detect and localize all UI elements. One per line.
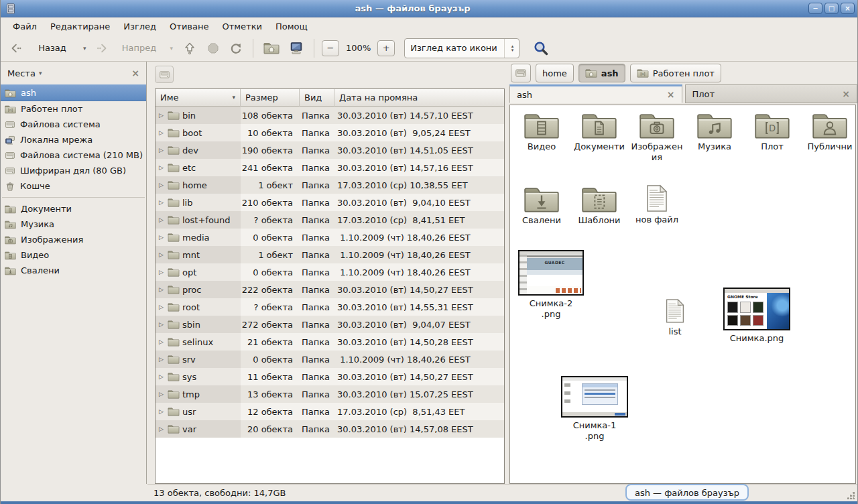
zoom-in-button[interactable]: + [377,40,395,56]
table-row[interactable]: ▷boot10 обектаПапка30.03.2010 (вт) 9,05,… [156,124,504,141]
menu-file[interactable]: Файл [6,19,44,34]
column-header-name[interactable]: Име ▾ [156,89,241,107]
table-row[interactable]: ▷dev190 обектаПапка30.03.2010 (вт) 14,51… [156,141,504,159]
expander-icon[interactable]: ▷ [159,304,165,310]
tree-root-button[interactable] [155,66,174,83]
sidebar-item-trash[interactable]: Кошче [1,178,146,194]
folder-item-templates[interactable]: Шаблони [570,184,628,226]
table-row[interactable]: ▷opt0 обектаПапка 1.10.2009 (чт) 18,40,2… [156,263,504,281]
table-row[interactable]: ▷proc222 обектаПапка30.03.2010 (вт) 14,5… [156,281,504,298]
expander-icon[interactable]: ▷ [159,216,165,223]
tab-desktop[interactable]: Плот × [685,84,858,103]
table-row[interactable]: ▷var20 обектаПапка30.03.2010 (вт) 14,57,… [156,420,504,438]
column-header-size[interactable]: Размер [241,89,300,107]
table-row[interactable]: ▷root? обектаПапка30.03.2010 (вт) 14,55,… [156,298,504,316]
table-row[interactable]: ▷sbin272 обектаПапка30.03.2010 (вт) 9,04… [156,316,504,333]
computer-button[interactable] [285,38,308,58]
view-mode-select[interactable]: Изглед като икони ▴▾ [404,38,519,58]
expander-icon[interactable]: ▷ [159,286,165,293]
forward-button[interactable]: Напред ▾ [92,40,178,57]
back-dropdown-icon[interactable]: ▾ [83,45,86,52]
file-item-snimka-1[interactable]: Снимка-1.png [561,376,628,441]
sidebar-item-filesystem[interactable]: Файлова система [1,117,146,132]
expander-icon[interactable]: ▷ [159,391,165,397]
sidebar-item-encrypted[interactable]: Шифриран дял (80 GB) [1,163,146,178]
expander-icon[interactable]: ▷ [159,356,165,363]
resize-grip[interactable] [847,491,855,499]
table-row[interactable]: ▷tmp13 обектаПапка30.03.2010 (вт) 15,07,… [156,385,504,403]
expander-icon[interactable]: ▷ [159,112,165,119]
reload-button[interactable] [225,39,247,58]
table-row[interactable]: ▷bin108 обектаПапка30.03.2010 (вт) 14,57… [156,107,504,124]
file-item-snimka[interactable]: GNOME Store Снимка.png [723,288,790,344]
icon-grid[interactable]: Видео Документи Изображения Музика [509,105,856,484]
path-root-button[interactable] [511,64,531,82]
folder-item-desktop[interactable]: Плот [743,111,801,162]
stop-button[interactable] [202,39,224,58]
expander-icon[interactable]: ▷ [159,269,165,275]
sidebar-item-documents[interactable]: Документи [1,201,146,216]
folder-item-videos[interactable]: Видео [513,111,570,162]
sidebar-item-videos[interactable]: Видео [1,247,146,263]
menu-bookmarks[interactable]: Отметки [215,19,268,34]
path-desktop-button[interactable]: Работен плот [630,64,721,82]
expander-icon[interactable]: ▷ [159,251,165,258]
file-item-new-file[interactable]: нов файл [628,184,686,226]
table-row[interactable]: ▷usr12 обектаПапка17.03.2010 (ср) 8,51,4… [156,403,504,420]
column-header-type[interactable]: Вид [300,89,334,107]
table-row[interactable]: ▷sys11 обектаПапка30.03.2010 (вт) 14,50,… [156,368,504,385]
home-button[interactable] [259,39,284,57]
folder-item-music[interactable]: Музика [686,111,743,162]
expander-icon[interactable]: ▷ [159,129,165,136]
table-row[interactable]: ▷srv0 обектаПапка 1.10.2009 (чт) 18,40,2… [156,351,504,368]
up-button[interactable] [178,39,201,58]
back-button[interactable]: Назад ▾ [5,40,90,57]
sidebar-item-home[interactable]: ash [1,84,146,101]
tab-ash[interactable]: ash × [509,84,682,103]
table-row[interactable]: ▷selinux21 обектаПапка30.03.2010 (вт) 14… [156,333,504,351]
close-button[interactable]: × [841,3,855,14]
menu-edit[interactable]: Редактиране [44,19,117,34]
sidebar-item-desktop[interactable]: Работен плот [1,101,146,117]
expander-icon[interactable]: ▷ [159,234,165,241]
menu-help[interactable]: Помощ [269,19,314,34]
expander-icon[interactable]: ▷ [159,426,165,432]
expander-icon[interactable]: ▷ [159,321,165,328]
table-row[interactable]: ▷lib210 обектаПапка30.03.2010 (вт) 9,04,… [156,194,504,211]
column-header-date[interactable]: Дата на промяна [334,89,504,107]
sidebar-title[interactable]: Места [7,68,36,78]
expander-icon[interactable]: ▷ [159,147,165,153]
expander-icon[interactable]: ▷ [159,338,165,345]
table-row[interactable]: ▷home1 обектПапка17.03.2010 (ср) 10,38,5… [156,176,504,194]
folder-item-downloads[interactable]: Свалени [513,184,570,226]
minimize-button[interactable]: ─ [808,3,822,14]
expander-icon[interactable]: ▷ [159,408,165,415]
sidebar-close-icon[interactable]: × [131,68,139,78]
folder-item-documents[interactable]: Документи [570,111,628,162]
folder-item-public[interactable]: Публични [801,111,856,162]
sidebar-item-filesystem-210mb[interactable]: Файлова система (210 MB) [1,147,146,163]
sidebar-item-downloads[interactable]: Свалени [1,263,146,278]
expander-icon[interactable]: ▷ [159,182,165,188]
table-row[interactable]: ▷media0 обектаПапка 1.10.2009 (чт) 18,40… [156,229,504,246]
folder-item-pictures[interactable]: Изображения [628,111,686,162]
sidebar-item-network[interactable]: Локална мрежа [1,132,146,147]
expander-icon[interactable]: ▷ [159,199,165,206]
path-ash-button[interactable]: ash [578,64,625,82]
table-row[interactable]: ▷mnt1 обектПапка 1.10.2009 (чт) 18,40,26… [156,246,504,263]
expander-icon[interactable]: ▷ [159,373,165,380]
path-home-button[interactable]: home [536,64,574,82]
maximize-button[interactable]: □ [824,3,839,14]
expander-icon[interactable]: ▷ [159,164,165,171]
table-row[interactable]: ▷etc241 обектаПапка30.03.2010 (вт) 14,57… [156,159,504,176]
sidebar-item-pictures[interactable]: Изображения [1,232,146,247]
zoom-out-button[interactable]: − [322,40,339,56]
table-row[interactable]: ▷lost+found? обектаПапка17.03.2010 (ср) … [156,211,504,229]
file-item-snimka-2[interactable]: GUADEC Снимка-2.png [518,250,584,319]
file-item-list[interactable]: list [648,298,702,337]
search-button[interactable] [529,38,553,59]
sidebar-title-dropdown-icon[interactable]: ▾ [39,70,42,76]
tab-close-icon[interactable]: × [842,88,850,99]
sidebar-item-music[interactable]: Музика [1,216,146,232]
forward-dropdown-icon[interactable]: ▾ [170,45,174,52]
